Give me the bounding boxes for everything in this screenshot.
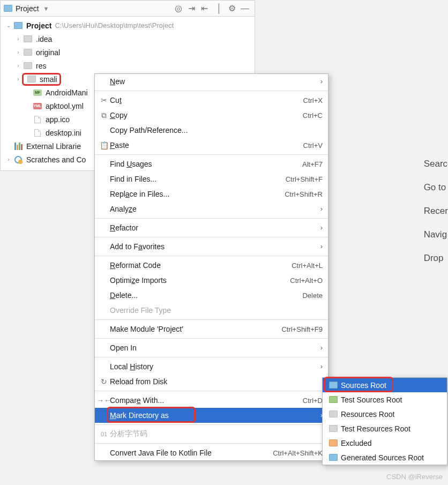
reload-icon: ↻ [98, 377, 110, 386]
menu-item[interactable]: Replace in Files...Ctrl+Shift+R [95, 186, 328, 202]
chevron-right-icon: › [320, 363, 323, 370]
folder-icon [24, 35, 32, 42]
folder-icon [24, 62, 32, 69]
project-icon [4, 5, 12, 12]
submenu-item[interactable]: Test Resources Root [323, 421, 447, 436]
menu-item[interactable]: Add to Favorites› [95, 239, 328, 254]
expand-arrow-icon[interactable]: › [14, 49, 22, 55]
submenu-item[interactable]: Excluded [323, 436, 447, 450]
menu-item[interactable]: 📋PasteCtrl+V [95, 138, 328, 153]
menu-separator [95, 237, 328, 237]
tree-item[interactable]: › res [1, 59, 255, 72]
settings-icon[interactable]: ⚙ [226, 2, 238, 15]
menu-item[interactable]: Convert Java File to Kotlin FileCtrl+Alt… [95, 445, 328, 460]
scratches-icon [14, 156, 22, 163]
chevron-down-icon[interactable]: ▼ [43, 5, 49, 12]
menu-separator [95, 391, 328, 391]
menu-item[interactable]: Find in Files...Ctrl+Shift+F [95, 171, 328, 186]
yml-file-icon: YML [33, 103, 42, 109]
menu-item-label: Override File Type [110, 306, 171, 315]
menu-item[interactable]: Make Module 'Project'Ctrl+Shift+F9 [95, 322, 328, 337]
folder-icon [14, 22, 23, 29]
menu-item-label: Reformat Code [110, 261, 161, 270]
menu-item-label: Find Usages [110, 160, 152, 168]
menu-item[interactable]: ✂CutCtrl+X [95, 93, 328, 108]
menu-item[interactable]: Copy Path/Reference... [95, 123, 328, 138]
menu-item[interactable]: →←Compare With...Ctrl+D [95, 393, 328, 408]
menu-item-label: 分析字节码 [110, 429, 147, 439]
root-name: Project [26, 21, 51, 30]
menu-item[interactable]: New› [95, 74, 328, 89]
expand-arrow-icon[interactable]: › [5, 156, 12, 162]
menu-item-label: Add to Favorites [110, 242, 165, 251]
menu-item-label: Compare With... [110, 396, 164, 405]
collapse-all-icon[interactable]: ⇥ [185, 2, 198, 15]
menu-item-label: Convert Java File to Kotlin File [110, 449, 212, 457]
menu-item-label: Replace in Files... [110, 190, 169, 198]
menu-item[interactable]: Mark Directory as› [95, 408, 328, 423]
highlight-annotation: smali [22, 73, 61, 86]
project-panel-title[interactable]: Project [16, 4, 39, 13]
menu-item-label: Cut [110, 96, 122, 105]
menu-item[interactable]: Analyze› [95, 202, 328, 217]
mark-directory-submenu: Sources RootTest Sources RootResources R… [322, 377, 447, 465]
menu-item[interactable]: Open In› [95, 340, 328, 355]
menu-item-label: Refactor [110, 223, 138, 232]
test-resources-root-icon [329, 425, 338, 432]
menu-separator [95, 218, 328, 219]
libraries-icon [14, 143, 23, 150]
expand-arrow-icon[interactable]: ⌄ [5, 23, 12, 28]
chevron-right-icon: › [320, 243, 323, 250]
locate-icon[interactable]: ◎ [172, 2, 185, 15]
menu-separator [95, 256, 328, 256]
num-icon: 01 [98, 431, 110, 437]
expand-all-icon[interactable]: ⇤ [198, 2, 211, 15]
submenu-item[interactable]: Generated Sources Root [323, 450, 447, 465]
tree-item-label: desktop.ini [46, 129, 81, 137]
tree-item-label: original [36, 48, 60, 57]
tree-item-label: Scratches and Co [26, 155, 86, 164]
menu-item[interactable]: ⧉CopyCtrl+C [95, 108, 328, 123]
submenu-item-label: Generated Sources Root [341, 453, 424, 462]
menu-shortcut: Ctrl+Alt+Shift+K [273, 449, 323, 457]
submenu-item-label: Excluded [341, 439, 372, 447]
menu-item-label: Paste [110, 141, 129, 150]
tree-item-label: smali [40, 75, 57, 84]
minimize-icon[interactable]: — [238, 2, 251, 15]
submenu-item[interactable]: Test Sources Root [323, 392, 447, 407]
menu-item[interactable]: Delete...Delete [95, 288, 328, 303]
chevron-right-icon: › [320, 224, 323, 232]
menu-shortcut: Ctrl+Alt+L [292, 262, 323, 270]
expand-arrow-icon[interactable]: › [14, 36, 22, 42]
resources-root-icon [329, 411, 338, 417]
menu-separator [95, 338, 328, 339]
chevron-right-icon: › [320, 344, 323, 352]
tree-item-label: res [36, 62, 46, 70]
compare-icon: →← [98, 396, 110, 405]
menu-shortcut: Ctrl+Shift+F9 [281, 325, 323, 333]
tree-root[interactable]: ⌄ Project C:\Users\iHui\Desktop\tmp\test… [1, 19, 255, 32]
tree-item[interactable]: › .idea [1, 32, 255, 46]
menu-shortcut: Ctrl+Alt+O [290, 277, 323, 285]
submenu-item-label: Test Sources Root [341, 396, 402, 404]
divider: │ [213, 2, 226, 15]
menu-item[interactable]: Local History› [95, 359, 328, 374]
menu-item-label: Find in Files... [110, 175, 156, 183]
menu-item-label: Reload from Disk [110, 377, 167, 386]
menu-shortcut: Ctrl+C [303, 111, 323, 120]
menu-item[interactable]: Optimize ImportsCtrl+Alt+O [95, 273, 328, 288]
folder-icon [24, 49, 32, 56]
expand-arrow-icon[interactable]: › [14, 76, 22, 82]
submenu-item[interactable]: Resources Root [323, 407, 447, 421]
menu-item[interactable]: ↻Reload from Disk [95, 374, 328, 389]
menu-item[interactable]: Reformat CodeCtrl+Alt+L [95, 258, 328, 273]
hint-text: Recer [422, 206, 448, 217]
expand-arrow-icon[interactable]: › [14, 63, 22, 69]
excluded-icon [329, 439, 338, 446]
tree-item-label: apktool.yml [46, 102, 84, 110]
submenu-item-label: Test Resources Root [341, 424, 410, 433]
submenu-item[interactable]: Sources Root [323, 378, 447, 392]
menu-item[interactable]: Refactor› [95, 220, 328, 235]
tree-item[interactable]: › original [1, 46, 255, 59]
menu-item[interactable]: Find UsagesAlt+F7 [95, 156, 328, 171]
